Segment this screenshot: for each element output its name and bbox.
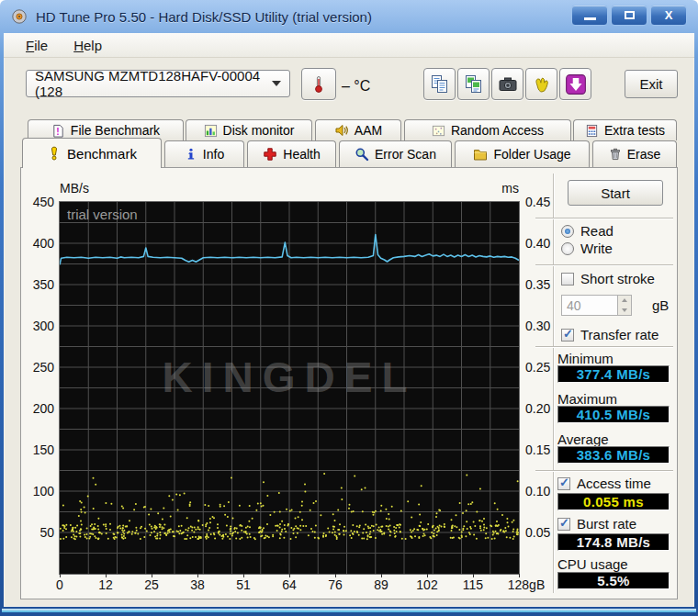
short-stroke-size: gB [561, 295, 669, 316]
y-axis-tick-left: 300 [21, 318, 54, 334]
speaker-icon [334, 123, 349, 138]
camera-icon [498, 74, 518, 95]
tab-strip: ! File Benchmark Disk monitor AAM [4, 111, 694, 167]
x-axis-tick: 51 [223, 577, 264, 592]
tab-random-access[interactable]: Random Access [404, 119, 571, 140]
temperature-button[interactable] [301, 68, 336, 100]
random-access-icon [432, 124, 445, 138]
y-axis-tick-left: 100 [21, 483, 54, 499]
x-axis-tickmark [106, 574, 107, 577]
hand-button[interactable] [525, 68, 557, 100]
average-value: 383.6 MB/s [557, 446, 670, 464]
window-controls: X [571, 5, 687, 26]
close-button[interactable]: X [650, 5, 687, 26]
folder-icon [473, 147, 488, 162]
tab-aam[interactable]: AAM [315, 119, 401, 140]
burst-rate-value: 174.8 MB/s [557, 533, 670, 551]
magnifier-icon [355, 147, 369, 162]
app-window: HD Tune Pro 5.50 - Hard Disk/SSD Utility… [0, 0, 698, 616]
extra-tests-icon [585, 124, 599, 138]
minimum-value: 377.4 MB/s [557, 365, 670, 383]
burst-rate-checkbox[interactable]: Burst rate [557, 516, 636, 532]
tab-disk-monitor[interactable]: Disk monitor [186, 119, 312, 140]
short-stroke-input[interactable] [561, 295, 618, 316]
write-radio-circle[interactable] [561, 242, 574, 255]
trial-version-watermark: trial version [67, 207, 138, 222]
maximize-button[interactable] [611, 5, 647, 26]
benchmark-exclamation-icon [47, 145, 62, 162]
copy-image-icon [464, 74, 484, 95]
short-stroke-checkbox-box[interactable] [561, 273, 574, 286]
read-radio-circle[interactable] [561, 225, 574, 238]
minimize-icon [584, 17, 596, 20]
x-axis-tickmark [243, 574, 244, 577]
x-axis-tick: 89 [361, 577, 401, 592]
x-axis-tick: 64 [269, 577, 310, 592]
menu-help[interactable]: Help [73, 38, 102, 53]
x-axis-tickmark [289, 574, 290, 577]
drive-select[interactable]: SAMSUNG MZMTD128HAFV-00004 (128 [26, 70, 290, 97]
drive-select-value: SAMSUNG MZMTD128HAFV-00004 (128 [35, 68, 272, 99]
access-time-value: 0.055 ms [557, 493, 670, 510]
benchmark-page: MB/s ms trial versionKINGDEL 45040035030… [20, 167, 678, 599]
x-axis-tick: 76 [315, 577, 355, 592]
transfer-rate-checkbox[interactable]: Transfer rate [561, 327, 659, 342]
transfer-rate-checkbox-box[interactable] [561, 329, 574, 342]
burst-rate-checkbox-box[interactable] [557, 518, 570, 531]
chevron-down-icon [272, 81, 281, 86]
y-axis-tick-left: 400 [21, 235, 54, 252]
x-axis-tickmark [381, 574, 382, 577]
x-axis-tickmark [519, 574, 520, 577]
screenshot-button[interactable] [491, 68, 524, 100]
y-axis-tick-left: 200 [21, 400, 54, 417]
maximum-label: Maximum [557, 391, 617, 407]
tab-info[interactable]: Info [164, 140, 244, 167]
file-benchmark-icon: ! [51, 124, 65, 138]
svg-text:!: ! [56, 126, 59, 136]
access-time-checkbox-box[interactable] [557, 477, 570, 490]
disk-monitor-icon [204, 124, 218, 138]
copy-text-button[interactable] [423, 68, 456, 100]
minimize-button[interactable] [571, 5, 608, 26]
y-axis-tick-left: 250 [21, 359, 54, 375]
temperature-value: – °C [342, 78, 370, 95]
tab-health[interactable]: Health [247, 140, 336, 167]
y-axis-tick-left: 450 [21, 194, 54, 210]
short-stroke-checkbox[interactable]: Short stroke [561, 271, 655, 286]
write-radio[interactable]: Write [561, 241, 613, 256]
menu-bar: File Help [4, 33, 694, 58]
app-disk-icon [11, 8, 28, 25]
step-down-icon [622, 308, 627, 312]
separator [535, 470, 673, 471]
copy-image-button[interactable] [457, 68, 490, 100]
average-label: Average [557, 431, 609, 447]
minimum-label: Minimum [557, 351, 614, 366]
tab-folder-usage[interactable]: Folder Usage [455, 140, 590, 167]
short-stroke-unit: gB [652, 297, 669, 313]
y-axis-tick-left: 350 [21, 276, 54, 293]
read-radio[interactable]: Read [561, 223, 614, 239]
right-axis-unit: ms [480, 181, 519, 196]
toolbar: SAMSUNG MZMTD128HAFV-00004 (128 – °C [4, 58, 694, 111]
separator [535, 218, 673, 218]
access-time-checkbox[interactable]: Access time [557, 476, 651, 491]
x-axis-tickmark [60, 574, 61, 577]
tab-erase[interactable]: Erase [592, 140, 677, 167]
x-axis-tickmark [473, 574, 474, 577]
tab-error-scan[interactable]: Error Scan [339, 140, 452, 167]
tab-benchmark[interactable]: Benchmark [22, 138, 162, 168]
health-cross-icon [263, 147, 277, 162]
maximize-icon [625, 11, 635, 19]
start-button[interactable]: Start [568, 180, 663, 206]
benchmark-controls: Start Read Write Short stroke [535, 168, 679, 599]
download-button[interactable] [559, 68, 591, 100]
menu-file[interactable]: File [26, 38, 48, 53]
short-stroke-stepper[interactable] [618, 295, 632, 316]
benchmark-plot: trial versionKINGDEL [60, 202, 519, 574]
maximum-value: 410.5 MB/s [557, 406, 670, 423]
x-axis-tick: 25 [131, 577, 172, 592]
exit-button[interactable]: Exit [625, 70, 678, 98]
x-axis-tick: 115 [453, 577, 493, 592]
title-bar: HD Tune Pro 5.50 - Hard Disk/SSD Utility… [0, 0, 698, 33]
tab-extra-tests[interactable]: Extra tests [573, 119, 677, 140]
